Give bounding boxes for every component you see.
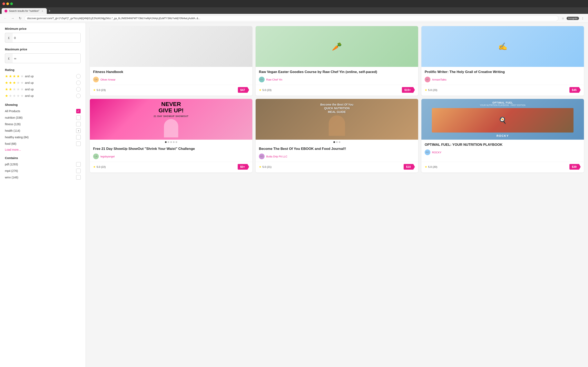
- dot-4[interactable]: [173, 141, 174, 143]
- rating-21day: ★ 5.0 (22): [93, 165, 106, 168]
- min-price-input[interactable]: [5, 33, 81, 43]
- product-title-fitness: Fitness Handbook: [93, 70, 249, 74]
- author-link-rocky[interactable]: ROCKY: [432, 151, 441, 154]
- product-card-become-best[interactable]: Become the Best Of YouQUICK NUTRITIONMEA…: [256, 99, 418, 173]
- product-title-raw-vegan: Raw Vegan Easter Goodies Course by Raw C…: [259, 70, 415, 74]
- author-link-legs[interactable]: legsbyangel: [100, 155, 114, 158]
- star-4: ★: [17, 74, 20, 78]
- product-footer-fitness: ★ 5.0 (23) $47: [90, 85, 252, 96]
- menu-icon[interactable]: ⋮: [580, 16, 586, 21]
- star-2: ★: [9, 87, 12, 92]
- price-badge-prolific[interactable]: $45: [570, 87, 581, 93]
- product-card-prolific-writer[interactable]: ✍️ Prolific Writer: The Holy Grail of Cr…: [421, 26, 584, 96]
- category-nutrition-label: nutrition (336): [5, 116, 22, 119]
- dot-2[interactable]: [336, 141, 338, 143]
- product-author-raw-vegan: RY Raw Chef Yin: [259, 77, 415, 82]
- category-nutrition-checkbox[interactable]: [76, 115, 81, 120]
- product-info-raw-vegan: Raw Vegan Easter Goodies Course by Raw C…: [256, 67, 418, 85]
- category-health-checkbox[interactable]: ▾: [76, 128, 81, 133]
- bookmark-icon[interactable]: ☆: [560, 16, 566, 21]
- rating-radio-1[interactable]: [76, 94, 81, 98]
- category-healthy-eating-checkbox[interactable]: [76, 135, 81, 140]
- price-badge-become-best[interactable]: $10: [404, 164, 415, 170]
- stars-1: ★ ★ ★ ★ ★: [5, 94, 24, 98]
- star-1: ★: [5, 81, 8, 85]
- rating-value-become-best: 5.0 (21): [262, 165, 272, 168]
- filetype-wmv-checkbox[interactable]: [76, 175, 81, 180]
- showing-label: Showing: [5, 103, 81, 106]
- max-price-input[interactable]: [5, 53, 81, 63]
- active-tab[interactable]: Search results for "nutrition" ×: [2, 8, 47, 14]
- title-bar: [0, 0, 588, 7]
- product-card-21day[interactable]: NEVERGIVE UP! 21 DAY SHOWUP SHOWOUT Free…: [90, 99, 252, 173]
- dot-1[interactable]: [165, 141, 167, 143]
- max-price-label: Maximum price: [5, 48, 81, 51]
- product-card-optimal-fuel[interactable]: OPTIMAL FUEL YOUR NUTRITION PLAYBOOK · F…: [421, 99, 584, 173]
- star-5: ★: [20, 94, 24, 98]
- dot-5[interactable]: [176, 141, 177, 143]
- author-avatar-butta: BD: [259, 154, 265, 159]
- price-badge-21day[interactable]: $0+: [238, 164, 249, 170]
- filetype-pdf: pdf (1293): [5, 162, 81, 167]
- dot-3[interactable]: [170, 141, 172, 143]
- product-card-fitness-handbook[interactable]: Fitness Handbook OA Oliver Anwar ★ 5.0 (…: [90, 26, 252, 96]
- category-fitness-checkbox[interactable]: [76, 122, 81, 126]
- min-price-label: Minimum price: [5, 27, 81, 30]
- category-healthy-eating: healthy eating (84): [5, 135, 81, 140]
- incognito-badge: Incognito: [567, 17, 579, 20]
- category-all-checkbox[interactable]: ✓: [76, 109, 81, 113]
- tab-close-button[interactable]: ×: [41, 9, 44, 12]
- rating-value-fitness: 5.0 (23): [96, 89, 106, 92]
- rating-radio-3[interactable]: [76, 81, 81, 85]
- product-image-raw-vegan: 🥕: [256, 26, 418, 67]
- maximize-window-button[interactable]: [10, 2, 13, 5]
- category-healthy-eating-label: healthy eating (84): [5, 136, 29, 139]
- new-tab-button[interactable]: +: [47, 8, 52, 14]
- author-link-rawchef[interactable]: Raw Chef Yin: [266, 78, 282, 81]
- rating-value-21day: 5.0 (22): [96, 165, 106, 168]
- rating-value-prolific: 5.0 (23): [428, 89, 437, 92]
- category-food: food (68): [5, 142, 81, 146]
- author-link-butta[interactable]: Butta Drip Fit LLC: [266, 155, 287, 158]
- rating-section: Rating ★ ★ ★ ★ ★ and up: [5, 68, 81, 98]
- forward-button[interactable]: →: [10, 16, 16, 21]
- price-badge-optimal-fuel[interactable]: $39: [570, 164, 581, 170]
- author-avatar-oliver: OA: [93, 77, 99, 82]
- address-bar[interactable]: discover.gumroad.com/?_gl=1*c5q47j*_ga*N…: [25, 16, 558, 21]
- dot-1[interactable]: [333, 141, 335, 143]
- load-more-link[interactable]: Load more...: [5, 148, 81, 151]
- product-footer-become-best: ★ 5.0 (21) $10: [256, 162, 418, 173]
- product-image-fitness: [90, 26, 252, 67]
- filetype-wmv-label: wmv (146): [5, 176, 18, 179]
- product-card-raw-vegan[interactable]: 🥕 Raw Vegan Easter Goodies Course by Raw…: [256, 26, 418, 96]
- rating-value-optimal-fuel: 5.0 (20): [428, 165, 437, 168]
- and-up-2: and up: [25, 88, 34, 91]
- filetype-pdf-checkbox[interactable]: [76, 162, 81, 167]
- author-avatar-rocky: RO: [425, 150, 430, 155]
- author-link-armani[interactable]: ArmaniTalks: [432, 78, 447, 81]
- author-avatar-rawchef: RY: [259, 77, 265, 82]
- rocky-text: ROCKY: [424, 134, 581, 137]
- dot-2[interactable]: [168, 141, 169, 143]
- category-health: health (114) ▾: [5, 128, 81, 133]
- close-window-button[interactable]: [2, 2, 5, 5]
- raw-vegan-emoji: 🥕: [332, 42, 342, 51]
- minimize-window-button[interactable]: [6, 2, 9, 5]
- rating-radio-4[interactable]: [76, 74, 81, 78]
- category-all-label: All Products: [5, 109, 20, 113]
- star-4: ★: [17, 94, 20, 98]
- star-2: ★: [9, 94, 12, 98]
- prolific-emoji: ✍️: [498, 42, 507, 51]
- dot-3[interactable]: [339, 141, 340, 143]
- author-link-oliver[interactable]: Oliver Anwar: [100, 78, 116, 81]
- price-badge-fitness[interactable]: $47: [238, 87, 249, 93]
- filetype-mp4-checkbox[interactable]: [76, 169, 81, 173]
- rating-radio-2[interactable]: [76, 87, 81, 92]
- price-badge-raw-vegan[interactable]: $15+: [402, 87, 415, 93]
- author-avatar-armani: AT: [425, 77, 430, 82]
- become-best-text: Become the Best Of YouQUICK NUTRITIONMEA…: [320, 103, 354, 114]
- category-food-checkbox[interactable]: [76, 142, 81, 146]
- back-button[interactable]: ←: [2, 16, 8, 21]
- reload-button[interactable]: ↻: [17, 16, 23, 21]
- star-2: ★: [9, 74, 12, 78]
